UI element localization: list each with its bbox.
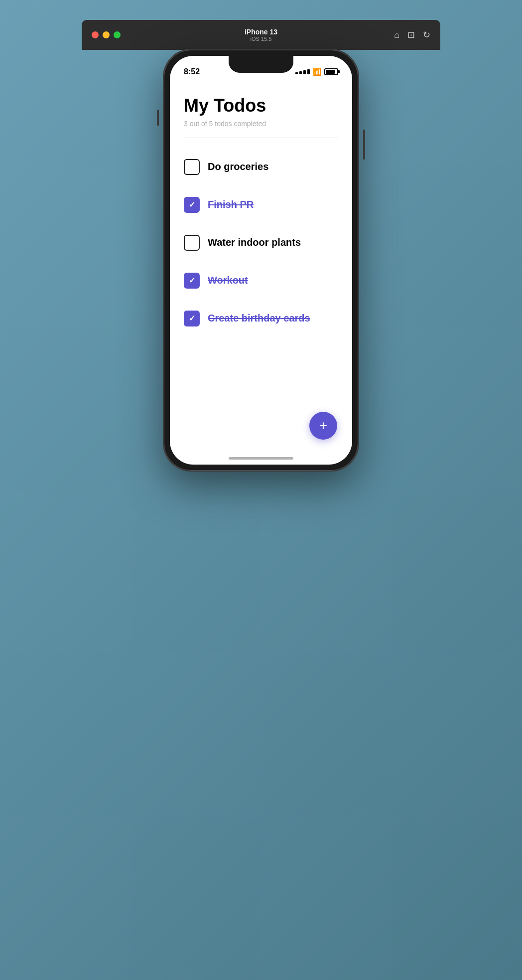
traffic-lights (92, 31, 121, 38)
divider (184, 138, 338, 138)
checkbox-4[interactable]: ✓ (184, 273, 200, 289)
mac-toolbar: iPhone 13 iOS 15.5 ⌂ ⊡ ↻ (82, 20, 440, 50)
home-icon[interactable]: ⌂ (394, 30, 399, 40)
close-button[interactable] (92, 31, 99, 38)
wifi-icon: 📶 (313, 68, 321, 76)
checkbox-3[interactable] (184, 235, 200, 251)
fullscreen-button[interactable] (114, 31, 121, 38)
phone-frame: 8:52 📶 My Todos 3 out o (164, 50, 358, 471)
notch (229, 56, 293, 73)
toolbar-center: iPhone 13 iOS 15.5 (245, 28, 277, 42)
minimize-button[interactable] (103, 31, 110, 38)
toolbar-title: iPhone 13 (245, 28, 277, 36)
todo-item-1: Do groceries (184, 148, 338, 186)
todo-list: Do groceries ✓ Finish PR Water indoor pl… (184, 148, 338, 337)
todo-item-2: ✓ Finish PR (184, 186, 338, 224)
todo-label-4: Workout (208, 275, 248, 286)
todo-label-1: Do groceries (208, 161, 268, 172)
screenshot-icon[interactable]: ⊡ (407, 29, 415, 40)
todo-label-5: Create birthday cards (208, 313, 310, 324)
page-title: My Todos (184, 96, 338, 116)
checkmark-icon-2: ✓ (189, 201, 195, 209)
todo-label-3: Water indoor plants (208, 237, 301, 248)
status-icons: 📶 (295, 68, 338, 76)
status-time: 8:52 (184, 67, 200, 76)
checkmark-icon-4: ✓ (189, 277, 195, 285)
battery-icon (324, 68, 338, 75)
checkbox-5[interactable]: ✓ (184, 311, 200, 327)
add-icon: + (319, 419, 327, 433)
toolbar-icons: ⌂ ⊡ ↻ (394, 29, 430, 40)
todo-item-4: ✓ Workout (184, 262, 338, 300)
add-todo-button[interactable]: + (309, 412, 337, 440)
checkbox-1[interactable] (184, 159, 200, 175)
todo-label-2: Finish PR (208, 199, 254, 210)
todo-item-5: ✓ Create birthday cards (184, 300, 338, 337)
app-content: My Todos 3 out of 5 todos completed Do g… (170, 81, 352, 387)
signal-icon (295, 69, 310, 74)
phone-screen: 8:52 📶 My Todos 3 out o (170, 56, 352, 465)
checkbox-2[interactable]: ✓ (184, 197, 200, 213)
home-indicator (229, 457, 293, 460)
toolbar-subtitle: iOS 15.5 (245, 36, 277, 42)
rotate-icon[interactable]: ↻ (423, 29, 430, 40)
todo-item-3: Water indoor plants (184, 224, 338, 262)
app-wrapper: iPhone 13 iOS 15.5 ⌂ ⊡ ↻ 8:52 (82, 20, 440, 471)
completion-status: 3 out of 5 todos completed (184, 120, 338, 128)
checkmark-icon-5: ✓ (189, 315, 195, 323)
